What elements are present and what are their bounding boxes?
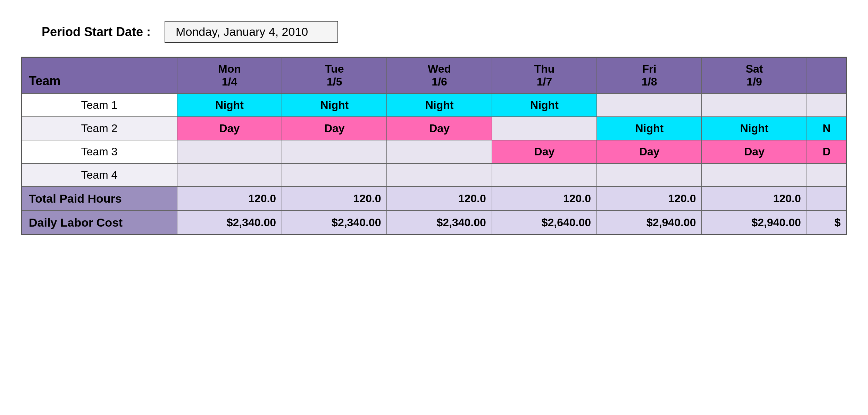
team-2-fri-cell: Day (597, 140, 702, 163)
col-header-tue: Tue 1/5 (282, 57, 387, 94)
team-3-thu-cell (492, 163, 597, 187)
total-paid-hours-value-3: 120.0 (492, 187, 597, 211)
team-0-wed-cell: Night (387, 93, 492, 117)
daily-labor-cost-value-0: $2,340.00 (177, 211, 282, 235)
total-paid-hours-row: Total Paid Hours120.0120.0120.0120.0120.… (22, 187, 847, 211)
team-3-sat-cell (702, 163, 807, 187)
team-1-sat-cell: Night (702, 117, 807, 140)
schedule-table: Team Mon 1/4 Tue 1/5 Wed 1/6 Thu 1/7 Fri… (21, 57, 847, 235)
team-1-fri-cell: Night (597, 117, 702, 140)
team-3-tue-cell (282, 163, 387, 187)
team-0-fri-cell (597, 93, 702, 117)
team-2-wed-cell (387, 140, 492, 163)
team-2-extra-cell: D (807, 140, 847, 163)
daily-labor-cost-row: Daily Labor Cost$2,340.00$2,340.00$2,340… (22, 211, 847, 235)
daily-labor-cost-value-6: $ (807, 211, 847, 235)
total-paid-hours-value-1: 120.0 (282, 187, 387, 211)
team-name-cell: Team 2 (22, 117, 177, 140)
team-name-cell: Team 1 (22, 93, 177, 117)
col-header-thu: Thu 1/7 (492, 57, 597, 94)
team-3-wed-cell (387, 163, 492, 187)
team-1-tue-cell: Day (282, 117, 387, 140)
team-3-mon-cell (177, 163, 282, 187)
period-start-label: Period Start Date : (42, 25, 151, 39)
team-2-mon-cell (177, 140, 282, 163)
total-paid-hours-value-2: 120.0 (387, 187, 492, 211)
total-paid-hours-label: Total Paid Hours (22, 187, 177, 211)
team-1-extra-cell: N (807, 117, 847, 140)
daily-labor-cost-value-1: $2,340.00 (282, 211, 387, 235)
total-paid-hours-value-6 (807, 187, 847, 211)
table-row: Team 3DayDayDayD (22, 140, 847, 163)
team-1-mon-cell: Day (177, 117, 282, 140)
col-header-fri: Fri 1/8 (597, 57, 702, 94)
total-paid-hours-value-5: 120.0 (702, 187, 807, 211)
team-2-tue-cell (282, 140, 387, 163)
total-paid-hours-value-0: 120.0 (177, 187, 282, 211)
team-0-extra-cell (807, 93, 847, 117)
table-row: Team 2DayDayDayNightNightN (22, 117, 847, 140)
table-row: Team 4 (22, 163, 847, 187)
col-header-mon: Mon 1/4 (177, 57, 282, 94)
team-0-thu-cell: Night (492, 93, 597, 117)
col-header-sat: Sat 1/9 (702, 57, 807, 94)
team-2-sat-cell: Day (702, 140, 807, 163)
team-3-extra-cell (807, 163, 847, 187)
col-header-team: Team (22, 57, 177, 94)
team-name-cell: Team 4 (22, 163, 177, 187)
daily-labor-cost-value-4: $2,940.00 (597, 211, 702, 235)
table-row: Team 1NightNightNightNight (22, 93, 847, 117)
team-3-fri-cell (597, 163, 702, 187)
table-header-row: Team Mon 1/4 Tue 1/5 Wed 1/6 Thu 1/7 Fri… (22, 57, 847, 94)
team-1-wed-cell: Day (387, 117, 492, 140)
team-0-tue-cell: Night (282, 93, 387, 117)
total-paid-hours-value-4: 120.0 (597, 187, 702, 211)
period-start-value: Monday, January 4, 2010 (165, 21, 338, 43)
team-1-thu-cell (492, 117, 597, 140)
team-0-sat-cell (702, 93, 807, 117)
daily-labor-cost-value-5: $2,940.00 (702, 211, 807, 235)
daily-labor-cost-value-3: $2,640.00 (492, 211, 597, 235)
team-0-mon-cell: Night (177, 93, 282, 117)
daily-labor-cost-value-2: $2,340.00 (387, 211, 492, 235)
daily-labor-cost-label: Daily Labor Cost (22, 211, 177, 235)
col-header-wed: Wed 1/6 (387, 57, 492, 94)
col-header-extra (807, 57, 847, 94)
team-name-cell: Team 3 (22, 140, 177, 163)
team-2-thu-cell: Day (492, 140, 597, 163)
